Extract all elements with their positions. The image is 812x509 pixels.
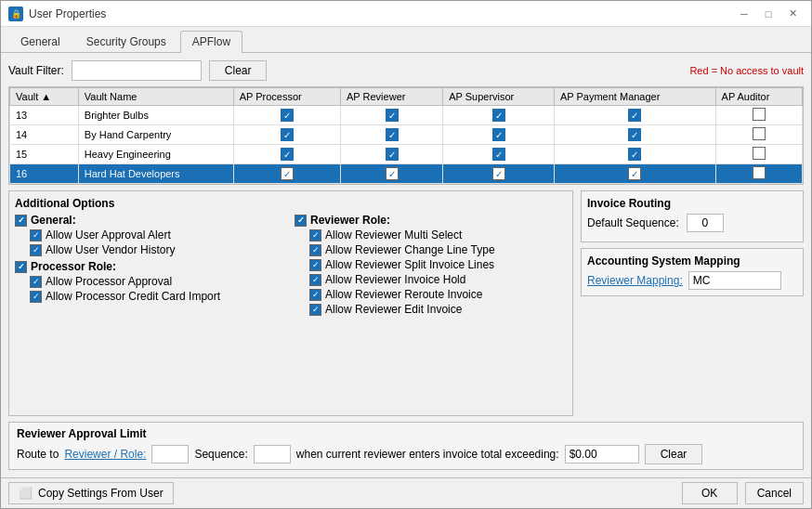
processor-approval-checkbox[interactable] xyxy=(30,276,42,288)
table-row[interactable]: 14 By Hand Carpentry xyxy=(10,125,803,145)
ap-payment-manager-checkbox[interactable] xyxy=(628,128,641,141)
cancel-button[interactable]: Cancel xyxy=(745,482,804,504)
processor-approval-label: Allow Processor Approval xyxy=(46,275,172,288)
multi-select-checkbox[interactable] xyxy=(309,229,321,241)
ap-reviewer-cell[interactable] xyxy=(341,164,443,184)
ap-reviewer-cell[interactable] xyxy=(341,125,443,145)
ap-auditor-cell[interactable] xyxy=(715,145,802,164)
approval-alert-checkbox[interactable] xyxy=(30,229,42,241)
ap-auditor-checkbox[interactable] xyxy=(753,147,766,160)
reroute-invoice-checkbox[interactable] xyxy=(309,289,321,301)
ap-reviewer-checkbox[interactable] xyxy=(386,148,399,161)
ap-supervisor-cell[interactable] xyxy=(443,164,555,184)
credit-card-import-label: Allow Processor Credit Card Import xyxy=(46,290,220,303)
reviewer-mapping-link[interactable]: Reviewer Mapping: xyxy=(587,274,683,287)
red-note: Red = No access to vault xyxy=(689,65,804,76)
ap-payment-manager-checkbox[interactable] xyxy=(628,167,641,180)
ap-supervisor-checkbox[interactable] xyxy=(492,109,505,122)
minimize-button[interactable]: ─ xyxy=(733,5,755,23)
tab-general[interactable]: General xyxy=(8,31,72,52)
ap-processor-checkbox[interactable] xyxy=(281,167,294,180)
ap-auditor-checkbox[interactable] xyxy=(753,108,766,121)
processor-group-checkbox[interactable] xyxy=(15,261,27,273)
copy-settings-button[interactable]: ⬜ Copy Settings From User xyxy=(8,482,174,504)
ap-processor-checkbox[interactable] xyxy=(281,148,294,161)
split-invoice-checkbox[interactable] xyxy=(309,259,321,271)
tab-apflow[interactable]: APFlow xyxy=(180,31,242,53)
vault-number: 14 xyxy=(10,125,79,145)
amount-input[interactable] xyxy=(565,445,639,463)
ap-auditor-cell[interactable] xyxy=(715,106,802,125)
tab-bar: General Security Groups APFlow xyxy=(1,27,811,53)
col-vault[interactable]: Vault ▲ xyxy=(10,88,79,106)
ap-supervisor-checkbox[interactable] xyxy=(492,128,505,141)
ap-supervisor-cell[interactable] xyxy=(443,145,555,164)
additional-options-section: Additional Options General: Allow User A… xyxy=(8,190,573,416)
reviewer-role-link[interactable]: Reviewer / Role: xyxy=(64,448,146,461)
vault-filter-clear-button[interactable]: Clear xyxy=(209,60,268,81)
ap-supervisor-checkbox[interactable] xyxy=(492,148,505,161)
vault-filter-left: Vault Filter: Clear xyxy=(8,60,267,81)
reviewer-group-checkbox[interactable] xyxy=(295,215,307,227)
vault-name: Brighter Bulbs xyxy=(78,106,233,125)
window-title: User Properties xyxy=(29,7,106,20)
copy-settings-label: Copy Settings From User xyxy=(38,487,164,500)
options-right-col: Reviewer Role: Allow Reviewer Multi Sele… xyxy=(295,214,567,320)
ap-payment-manager-cell[interactable] xyxy=(554,164,715,184)
ap-supervisor-cell[interactable] xyxy=(443,106,555,125)
option-credit-card-import: Allow Processor Credit Card Import xyxy=(30,290,287,303)
reviewer-role-input[interactable] xyxy=(151,445,189,463)
change-line-type-checkbox[interactable] xyxy=(309,244,321,256)
tab-security-groups[interactable]: Security Groups xyxy=(74,31,178,52)
titlebar: 🔒 User Properties ─ □ ✕ xyxy=(1,1,811,27)
ap-processor-checkbox[interactable] xyxy=(281,109,294,122)
default-sequence-input[interactable] xyxy=(687,214,724,232)
ap-payment-manager-checkbox[interactable] xyxy=(628,148,641,161)
ap-auditor-cell[interactable] xyxy=(715,125,802,145)
reviewer-mapping-input[interactable] xyxy=(688,271,781,290)
vault-filter-input[interactable] xyxy=(72,60,202,81)
maximize-button[interactable]: □ xyxy=(757,5,779,23)
ap-auditor-checkbox[interactable] xyxy=(753,166,766,179)
vault-table-container: Vault ▲ Vault Name AP Processor AP Revie… xyxy=(8,86,804,185)
ap-supervisor-cell[interactable] xyxy=(443,125,555,145)
reviewer-limit-clear-button[interactable]: Clear xyxy=(645,444,703,464)
ap-payment-manager-cell[interactable] xyxy=(554,106,715,125)
ap-supervisor-checkbox[interactable] xyxy=(492,167,505,180)
reviewer-group: Reviewer Role: Allow Reviewer Multi Sele… xyxy=(295,214,567,316)
ap-reviewer-cell[interactable] xyxy=(341,145,443,164)
ap-processor-checkbox[interactable] xyxy=(281,128,294,141)
ok-button[interactable]: OK xyxy=(682,482,738,504)
ap-reviewer-checkbox[interactable] xyxy=(386,128,399,141)
ap-processor-cell[interactable] xyxy=(233,164,340,184)
right-panel: Invoice Routing Default Sequence: Accoun… xyxy=(581,190,804,416)
ap-auditor-cell[interactable] xyxy=(715,164,802,184)
reviewer-limit-title: Reviewer Approval Limit xyxy=(17,427,795,440)
ap-processor-cell[interactable] xyxy=(233,145,340,164)
ap-reviewer-checkbox[interactable] xyxy=(386,109,399,122)
titlebar-left: 🔒 User Properties xyxy=(8,7,106,21)
sequence-label: Sequence: xyxy=(194,448,247,461)
ap-auditor-checkbox[interactable] xyxy=(753,127,766,140)
general-group-checkbox[interactable] xyxy=(15,215,27,227)
sequence-input[interactable] xyxy=(254,445,291,463)
ap-reviewer-checkbox[interactable] xyxy=(386,167,399,180)
ap-reviewer-cell[interactable] xyxy=(341,106,443,125)
invoice-routing-title: Invoice Routing xyxy=(587,197,797,210)
invoice-hold-checkbox[interactable] xyxy=(309,274,321,286)
edit-invoice-checkbox[interactable] xyxy=(309,304,321,316)
credit-card-import-checkbox[interactable] xyxy=(30,291,42,303)
table-row[interactable]: 16 Hard Hat Developers xyxy=(10,164,803,184)
table-row[interactable]: 15 Heavy Engineering xyxy=(10,145,803,164)
vendor-history-checkbox[interactable] xyxy=(30,244,42,256)
close-button[interactable]: ✕ xyxy=(781,5,804,23)
main-content: Vault Filter: Clear Red = No access to v… xyxy=(1,53,811,477)
table-row[interactable]: 13 Brighter Bulbs xyxy=(10,106,803,125)
ap-payment-manager-cell[interactable] xyxy=(554,125,715,145)
multi-select-label: Allow Reviewer Multi Select xyxy=(325,228,462,241)
reviewer-group-label: Reviewer Role: xyxy=(310,214,390,227)
ap-processor-cell[interactable] xyxy=(233,125,340,145)
ap-payment-manager-checkbox[interactable] xyxy=(628,109,641,122)
ap-processor-cell[interactable] xyxy=(233,106,340,125)
ap-payment-manager-cell[interactable] xyxy=(554,145,715,164)
